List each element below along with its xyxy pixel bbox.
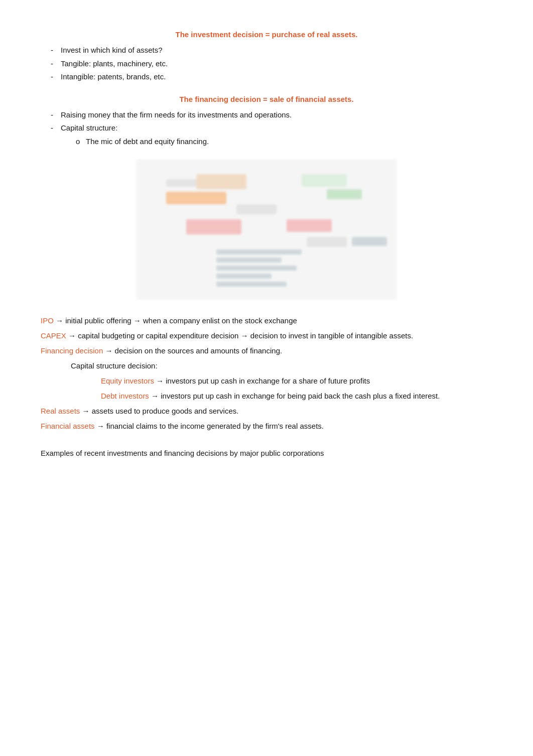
diagram <box>136 159 397 300</box>
definitions-section: IPO → initial public offering → when a c… <box>41 315 492 432</box>
equity-investors-definition: Equity investors → investors put up cash… <box>41 375 492 387</box>
financing-decision-term: Financing decision <box>41 346 103 355</box>
list-item: Tangible: plants, machinery, etc. <box>51 58 492 70</box>
financing-heading: The financing decision = sale of financi… <box>41 95 492 103</box>
legend-line <box>216 282 287 287</box>
financial-assets-term: Financial assets <box>41 422 95 430</box>
financial-assets-text: financial claims to the income generated… <box>106 422 324 430</box>
diagram-box <box>166 192 226 204</box>
equity-investors-term: Equity investors <box>101 376 154 385</box>
capex-definition: CAPEX → capital budgeting or capital exp… <box>41 330 492 342</box>
investment-bullets: Invest in which kind of assets? Tangible… <box>41 45 492 83</box>
list-item: Invest in which kind of assets? <box>51 45 492 56</box>
diagram-box <box>236 204 277 214</box>
page-content: The investment decision = purchase of re… <box>41 30 492 459</box>
real-assets-term: Real assets <box>41 407 80 415</box>
legend-line <box>216 266 297 271</box>
diagram-box <box>307 237 347 247</box>
list-item: Intangible: patents, brands, etc. <box>51 71 492 83</box>
equity-arrow: → <box>156 376 166 385</box>
debt-investors-term: Debt investors <box>101 392 149 400</box>
financing-decision-text: decision on the sources and amounts of f… <box>115 346 283 355</box>
diagram-box <box>166 179 196 187</box>
ipo-term: IPO <box>41 316 54 325</box>
examples-text: Examples of recent investments and finan… <box>41 447 492 459</box>
legend-line <box>216 249 302 255</box>
legend-line <box>216 258 282 263</box>
investment-heading: The investment decision = purchase of re… <box>41 30 492 39</box>
capex-text: capital budgeting or capital expenditure… <box>78 331 238 340</box>
ipo-arrow: → <box>56 316 65 325</box>
debt-investors-definition: Debt investors → investors put up cash i… <box>41 390 492 402</box>
diagram-box <box>186 219 241 234</box>
examples-section: Examples of recent investments and finan… <box>41 447 492 459</box>
investment-section: The investment decision = purchase of re… <box>41 30 492 83</box>
equity-text: investors put up cash in exchange for a … <box>166 376 370 385</box>
debt-arrow: → <box>151 392 161 400</box>
list-item: The mic of debt and equity financing. <box>76 136 492 148</box>
financing-decision-definition: Financing decision → decision on the sou… <box>41 345 492 357</box>
capex-detail: decision to invest in tangible of intang… <box>250 331 413 340</box>
ipo-text: initial public offering <box>65 316 131 325</box>
capital-structure-label: Capital structure decision: <box>41 360 492 372</box>
list-item: Raising money that the firm needs for it… <box>51 109 492 121</box>
list-item: Capital structure: The mic of debt and e… <box>51 122 492 147</box>
financial-assets-arrow: → <box>97 422 106 430</box>
capex-arrow2: → <box>241 331 250 340</box>
legend-line <box>216 274 272 279</box>
diagram-box <box>302 174 347 187</box>
capex-arrow: → <box>68 331 78 340</box>
financial-assets-definition: Financial assets → financial claims to t… <box>41 420 492 432</box>
ipo-definition: IPO → initial public offering → when a c… <box>41 315 492 327</box>
real-assets-text: assets used to produce goods and service… <box>92 407 239 415</box>
capital-structure-sub: The mic of debt and equity financing. <box>61 136 492 148</box>
real-assets-arrow: → <box>82 407 92 415</box>
financing-decision-arrow: → <box>105 346 114 355</box>
ipo-arrow2: → <box>134 316 143 325</box>
capex-term: CAPEX <box>41 331 66 340</box>
debt-text: investors put up cash in exchange for be… <box>161 392 440 400</box>
ipo-detail: when a company enlist on the stock excha… <box>143 316 297 325</box>
financing-bullets: Raising money that the firm needs for it… <box>41 109 492 148</box>
diagram-box <box>327 189 362 199</box>
legend <box>216 249 317 290</box>
financing-section: The financing decision = sale of financi… <box>41 95 492 148</box>
diagram-box <box>196 174 246 189</box>
real-assets-definition: Real assets → assets used to produce goo… <box>41 405 492 417</box>
diagram-box <box>352 237 387 246</box>
diagram-box <box>287 219 332 232</box>
